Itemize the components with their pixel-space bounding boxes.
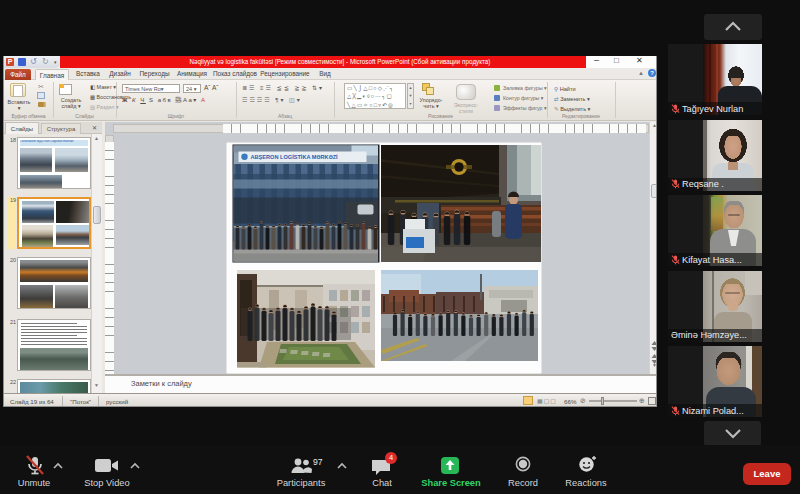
svg-text:ABŞERON LOGİSTİKA MƏRKƏZİ: ABŞERON LOGİSTİKA MƏRKƏZİ bbox=[251, 154, 339, 160]
